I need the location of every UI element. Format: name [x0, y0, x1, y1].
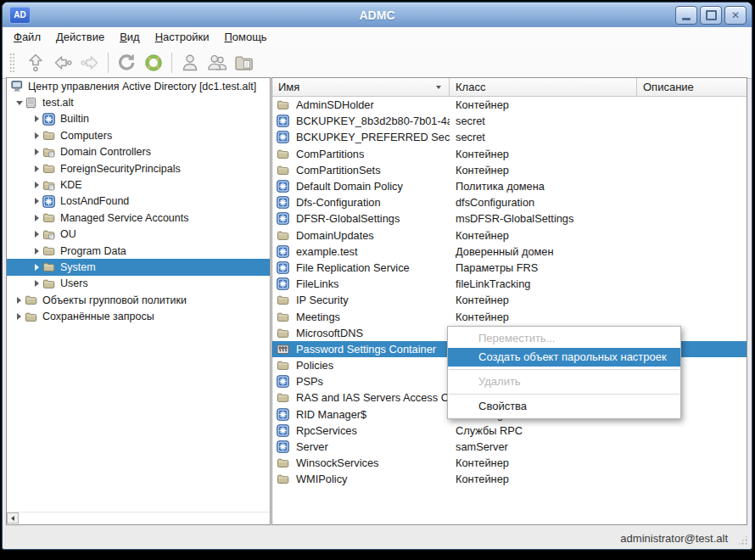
tree-item-builtin[interactable]: Builtin — [7, 111, 270, 127]
tree-item-test-alt[interactable]: test.alt — [7, 94, 270, 110]
object-description — [637, 260, 747, 276]
folder-icon — [42, 260, 57, 273]
table-row[interactable]: ComPartitionSetsКонтейнер — [272, 162, 747, 178]
table-row[interactable]: ComPartitionsКонтейнер — [272, 146, 747, 162]
toolbar-drag-handle[interactable] — [9, 53, 15, 73]
tree-item-объекты-групповой-политики[interactable]: Объекты групповой политики — [7, 292, 270, 308]
table-row[interactable]: File Replication ServiceПараметры FRS — [272, 260, 747, 276]
expand-arrow-icon[interactable] — [31, 280, 42, 287]
collapse-arrow-icon[interactable] — [14, 101, 25, 105]
object-class: Контейнер — [450, 471, 637, 487]
table-row[interactable]: Default Domain PolicyПолитика домена — [272, 178, 747, 194]
menu-help[interactable]: Помощь — [216, 28, 274, 46]
table-row[interactable]: FileLinksfileLinkTracking — [272, 276, 747, 292]
expand-arrow-icon[interactable] — [31, 132, 42, 139]
tree-item-label: OU — [60, 228, 76, 240]
tree-item-kde[interactable]: KDE — [7, 176, 270, 193]
close-button[interactable]: ✕ — [724, 6, 747, 25]
table-row[interactable]: BCKUPKEY_8b3d2b80-7b01-4a33...secret — [272, 113, 747, 129]
tree-item-label: Managed Service Accounts — [60, 212, 188, 224]
context-menu-item-свойства[interactable]: Свойства — [448, 397, 680, 416]
tree-item-domain-controllers[interactable]: Domain Controllers — [7, 144, 270, 160]
maximize-button[interactable] — [700, 6, 722, 25]
resize-grip[interactable] — [737, 535, 748, 546]
object-class: Контейнер — [450, 227, 637, 244]
column-header-name[interactable]: Имя — [272, 78, 450, 96]
password-icon — [277, 343, 291, 356]
refresh-button[interactable] — [113, 49, 140, 76]
create-group-button[interactable] — [204, 49, 231, 76]
object-class: secret — [450, 113, 637, 129]
tree-item-users[interactable]: Users — [7, 276, 270, 292]
tree-item-system[interactable]: System — [7, 259, 270, 275]
tree-item-lostandfound[interactable]: LostAndFound — [7, 193, 270, 210]
sync-button[interactable] — [140, 49, 167, 76]
tree-item-ou[interactable]: OU — [7, 227, 270, 243]
column-header-description[interactable]: Описание — [637, 78, 747, 96]
table-row[interactable]: IP SecurityКонтейнер — [272, 292, 747, 308]
go-up-button[interactable] — [22, 49, 49, 76]
expand-arrow-icon[interactable] — [31, 198, 42, 204]
tree-item-computers[interactable]: Computers — [7, 127, 270, 143]
tree-item-foreignsecurityprincipals[interactable]: ForeignSecurityPrincipals — [7, 160, 270, 176]
maximize-icon — [706, 10, 717, 20]
container-blue-icon — [277, 196, 291, 209]
container-blue-icon — [42, 113, 57, 126]
expand-arrow-icon[interactable] — [31, 148, 42, 155]
expand-arrow-icon[interactable] — [14, 297, 25, 304]
expand-arrow-icon[interactable] — [31, 215, 42, 221]
tree-horizontal-scrollbar[interactable] — [7, 512, 270, 524]
table-row[interactable]: RpcServicesСлужбы RPC — [272, 423, 747, 439]
forward-button[interactable] — [76, 49, 103, 76]
create-ou-button[interactable] — [231, 49, 258, 76]
object-class: Контейнер — [450, 292, 637, 308]
back-button[interactable] — [49, 49, 76, 76]
create-user-button[interactable] — [176, 49, 204, 76]
expand-arrow-icon[interactable] — [31, 248, 42, 255]
tree-item-сохранённые-запросы[interactable]: Сохранённые запросы — [7, 308, 270, 324]
object-class: Контейнер — [450, 97, 637, 113]
menu-file[interactable]: Файл — [6, 28, 48, 46]
expand-arrow-icon[interactable] — [31, 115, 42, 122]
table-row[interactable]: WinsockServicesКонтейнер — [272, 455, 747, 471]
titlebar[interactable]: AD ADMC ✕ — [3, 3, 752, 28]
menu-settings[interactable]: Настройки — [148, 28, 217, 46]
table-row[interactable]: DFSR-GlobalSettingsmsDFSR-GlobalSettings — [272, 210, 747, 227]
minimize-button[interactable] — [675, 6, 697, 25]
container-blue-icon — [277, 277, 291, 290]
menu-action[interactable]: Действие — [48, 28, 112, 46]
results-panel: ИмяКлассОписание AdminSDHolderКонтейнерB… — [271, 77, 747, 525]
tree-item-label: Users — [60, 277, 88, 289]
column-header-label: Описание — [643, 81, 694, 93]
folder-ou-icon — [42, 228, 57, 241]
folder-icon — [42, 162, 57, 175]
table-row[interactable]: MeetingsКонтейнер — [272, 308, 747, 324]
tree-item-центр-управления-active-directory-dc1-test-alt[interactable]: Центр управления Active Directory [dc1.t… — [7, 78, 270, 94]
expand-arrow-icon[interactable] — [31, 264, 42, 271]
expand-arrow-icon[interactable] — [14, 313, 25, 320]
column-header-class[interactable]: Класс — [450, 78, 637, 96]
tree-item-program-data[interactable]: Program Data — [7, 243, 270, 259]
context-menu-item-создать-объект-парольных-настроек[interactable]: Создать объект парольных настроек — [448, 348, 680, 367]
expand-arrow-icon[interactable] — [31, 182, 42, 188]
table-row[interactable]: WMIPolicyКонтейнер — [272, 471, 747, 487]
table-row[interactable]: ServersamServer — [272, 439, 747, 455]
menu-view[interactable]: Вид — [112, 28, 148, 46]
object-name: WMIPolicy — [296, 473, 347, 485]
table-row[interactable]: Dfs-ConfigurationdfsConfiguration — [272, 194, 747, 210]
table-row[interactable]: DomainUpdatesКонтейнер — [272, 227, 747, 244]
expand-arrow-icon[interactable] — [31, 165, 42, 172]
tree-item-label: Объекты групповой политики — [42, 294, 187, 306]
object-description — [637, 292, 747, 308]
table-row[interactable]: AdminSDHolderКонтейнер — [272, 97, 747, 113]
table-row[interactable]: BCKUPKEY_PREFERRED Secretsecret — [272, 129, 747, 145]
desktop-background: { "window": { "title": "ADMC", "app_icon… — [0, 0, 755, 560]
folder-icon — [42, 211, 57, 224]
expand-arrow-icon[interactable] — [31, 231, 42, 238]
column-header-label: Класс — [456, 81, 485, 93]
object-description — [637, 162, 747, 178]
tree-item-managed-service-accounts[interactable]: Managed Service Accounts — [7, 210, 270, 226]
table-row[interactable]: example.testДоверенный домен — [272, 244, 747, 260]
scrollbar-left-arrow-button[interactable] — [7, 512, 19, 524]
menubar: ФайлДействиеВидНастройкиПомощь — [3, 27, 752, 48]
